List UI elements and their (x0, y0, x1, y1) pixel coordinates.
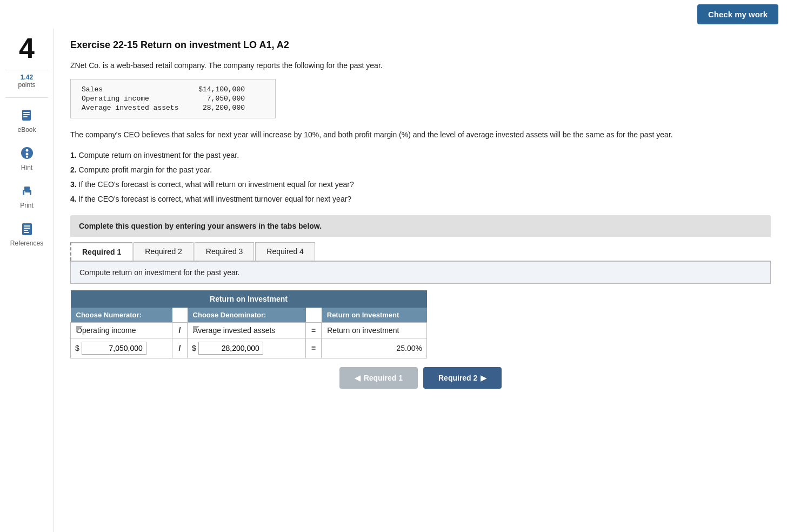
tab-instruction-text: Compute return on investment for the pas… (79, 268, 240, 277)
main-content: Exercise 22-15 Return on investment LO A… (54, 29, 787, 532)
result-value-cell: 25.00% (322, 338, 427, 358)
roi-table: Return on Investment Choose Numerator: /… (70, 290, 427, 358)
sidebar-item-print[interactable]: Print (0, 177, 54, 215)
numerator-input[interactable] (82, 342, 146, 355)
sidebar-item-ebook[interactable]: eBook (0, 101, 54, 139)
row1-equals: = (306, 322, 322, 338)
svg-rect-10 (24, 192, 30, 196)
table-row: Sales $14,100,000 (79, 85, 247, 94)
top-bar: Check my work (0, 0, 787, 29)
roi-data-row-1: Operating income / Average invested asse… (71, 322, 427, 338)
tab-required-3[interactable]: Required 3 (195, 242, 255, 261)
svg-point-5 (25, 149, 28, 152)
points-label: points (18, 81, 35, 89)
roi-value-row: $ / $ = 25.00% (71, 338, 427, 358)
list-item: 4. If the CEO's forecast is correct, wha… (70, 192, 771, 206)
references-label: References (10, 240, 43, 247)
book-icon (18, 107, 36, 124)
roi-table-wrapper: Return on Investment Choose Numerator: /… (70, 290, 771, 358)
sidebar-item-hint[interactable]: Hint (0, 139, 54, 177)
prev-arrow-icon: ◀ (355, 374, 361, 382)
denominator-amount-cell[interactable]: $ (188, 338, 306, 358)
svg-rect-12 (22, 223, 32, 235)
svg-rect-14 (24, 228, 30, 229)
tab-required-4[interactable]: Required 4 (255, 242, 315, 261)
tab-required-1[interactable]: Required 1 (70, 242, 132, 261)
svg-rect-1 (23, 112, 30, 113)
tab-content-area: Compute return on investment for the pas… (70, 262, 771, 284)
svg-rect-9 (24, 187, 30, 191)
svg-rect-3 (23, 116, 28, 117)
numerator-amount-cell[interactable]: $ (71, 338, 172, 358)
exercise-title: Exercise 22-15 Return on investment LO A… (70, 39, 771, 51)
ceo-paragraph: The company's CEO believes that sales fo… (70, 129, 771, 141)
denominator-input[interactable] (198, 342, 263, 355)
complete-instruction-bar: Complete this question by entering your … (70, 215, 771, 237)
prev-button-label: Required 1 (364, 374, 403, 382)
question-number: 4 (19, 34, 35, 62)
sales-label: Sales (79, 85, 188, 94)
divider-header: / (172, 308, 188, 323)
denominator-dollar: $ (192, 344, 196, 353)
svg-rect-2 (23, 114, 30, 115)
numerator-dollar: $ (75, 344, 79, 353)
list-item: 1. Compute return on investment for the … (70, 149, 771, 162)
sales-value: $14,100,000 (188, 85, 247, 94)
avg-assets-label: Average invested assets (79, 103, 188, 112)
row1-divider: / (172, 322, 188, 338)
operating-income-label: Operating income (79, 94, 188, 103)
next-arrow-icon: ▶ (481, 374, 486, 382)
print-icon (18, 182, 36, 200)
svg-rect-13 (24, 225, 30, 227)
numerator-header: Choose Numerator: (71, 308, 172, 323)
numerator-value: Operating income (76, 326, 136, 335)
denominator-value: Average invested assets (193, 326, 275, 335)
denominator-select-cell[interactable]: Average invested assets (188, 322, 306, 338)
sidebar: 4 1.42 points eBook (0, 29, 54, 532)
print-label: Print (20, 202, 34, 209)
list-item: 3. If the CEO's forecast is correct, wha… (70, 178, 771, 191)
references-icon (18, 220, 36, 237)
result-percent: 25.00% (326, 344, 422, 353)
intro-text: ZNet Co. is a web-based retail company. … (70, 59, 771, 71)
prev-button[interactable]: ◀ Required 1 (339, 367, 418, 389)
svg-point-6 (25, 153, 28, 156)
nav-buttons: ◀ Required 1 Required 2 ▶ (70, 367, 771, 389)
next-button-label: Required 2 (438, 374, 477, 382)
list-item: 2. Compute profit margin for the past ye… (70, 163, 771, 177)
numerator-select-cell[interactable]: Operating income (71, 322, 172, 338)
roi-table-title: Return on Investment (71, 290, 427, 308)
avg-assets-value: 28,200,000 (188, 103, 247, 112)
instructions-list: 1. Compute return on investment for the … (70, 149, 771, 207)
row2-equals: = (306, 338, 322, 358)
roi-subheader-row: Choose Numerator: / Choose Denominator: … (71, 308, 427, 323)
table-row: Operating income 7,050,000 (79, 94, 247, 103)
points-value: 1.42 (21, 74, 33, 81)
tab-required-2[interactable]: Required 2 (134, 242, 194, 261)
next-button[interactable]: Required 2 ▶ (423, 367, 502, 389)
svg-rect-15 (24, 230, 28, 231)
check-my-work-button[interactable]: Check my work (697, 4, 778, 24)
financial-data-table: Sales $14,100,000 Operating income 7,050… (70, 79, 276, 118)
ebook-label: eBook (17, 126, 36, 134)
denominator-header: Choose Denominator: (188, 308, 306, 323)
main-layout: 4 1.42 points eBook (0, 29, 787, 532)
hint-label: Hint (21, 164, 32, 171)
tabs-container: Required 1 Required 2 Required 3 Require… (70, 242, 771, 262)
sidebar-item-references[interactable]: References (0, 215, 54, 252)
svg-rect-16 (24, 232, 29, 233)
roi-header-row: Return on Investment (71, 290, 427, 308)
svg-point-7 (26, 156, 28, 158)
equals-header: = (306, 308, 322, 323)
row2-divider: / (172, 338, 188, 358)
table-row: Average invested assets 28,200,000 (79, 103, 247, 112)
result-label-cell: Return on investment (322, 322, 427, 338)
result-header: Return on Investment (322, 308, 427, 323)
operating-income-value: 7,050,000 (188, 94, 247, 103)
svg-rect-11 (24, 191, 25, 192)
hint-icon (18, 144, 36, 162)
